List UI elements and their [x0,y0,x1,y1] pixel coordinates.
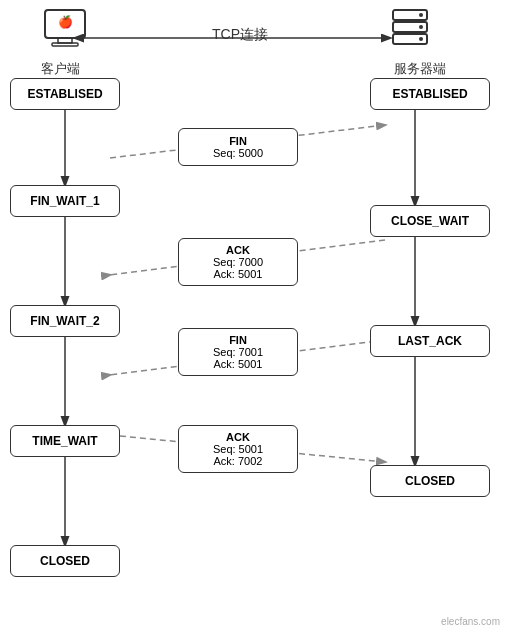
svg-point-19 [419,13,423,17]
state-closed-client: CLOSED [10,545,120,577]
state-closed-server: CLOSED [370,465,490,497]
svg-point-20 [419,25,423,29]
packet-ack1: ACK Seq: 7000 Ack: 5001 [178,238,298,286]
svg-point-21 [419,37,423,41]
packet-fin2: FIN Seq: 7001 Ack: 5001 [178,328,298,376]
state-close-wait: CLOSE_WAIT [370,205,490,237]
state-fin-wait-2: FIN_WAIT_2 [10,305,120,337]
svg-rect-14 [52,43,78,46]
watermark: elecfans.com [441,616,500,627]
diagram: 🍎 TCP连接 客户端 服务器端 ESTABLISED FIN_WAIT_1 F… [0,0,510,635]
state-established-server: ESTABLISED [370,78,490,110]
svg-text:🍎: 🍎 [58,14,73,29]
tcp-label: TCP连接 [170,26,310,44]
packet-ack2: ACK Seq: 5001 Ack: 7002 [178,425,298,473]
server-label: 服务器端 [375,60,465,78]
client-icon: 🍎 [25,8,105,57]
client-label: 客户端 [20,60,100,78]
state-established-client: ESTABLISED [10,78,120,110]
state-last-ack: LAST_ACK [370,325,490,357]
state-time-wait: TIME_WAIT [10,425,120,457]
state-fin-wait-1: FIN_WAIT_1 [10,185,120,217]
server-icon [375,8,445,57]
packet-fin1: FIN Seq: 5000 [178,128,298,166]
